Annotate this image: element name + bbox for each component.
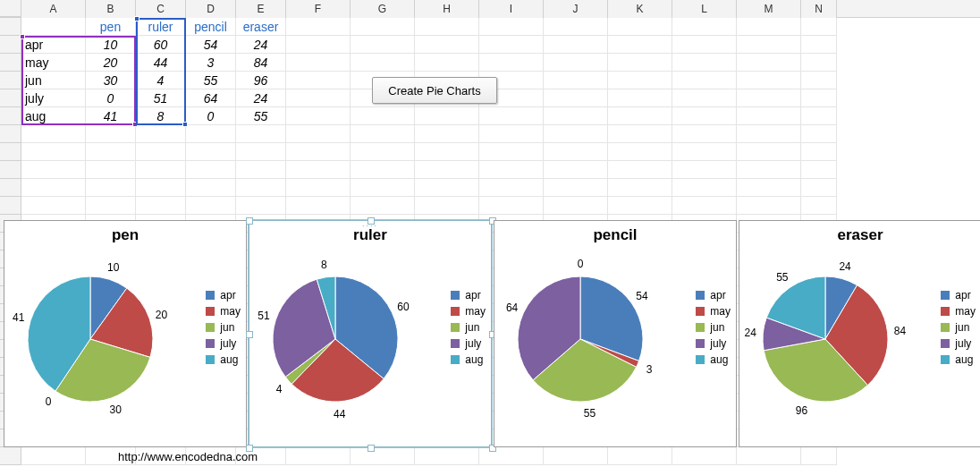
cell-A8[interactable] xyxy=(21,143,86,161)
cell-J10[interactable] xyxy=(544,179,608,197)
cell-A7[interactable] xyxy=(21,125,86,143)
cell-K25[interactable] xyxy=(608,447,672,465)
cell-B9[interactable] xyxy=(86,161,136,179)
chart-resize-handle[interactable] xyxy=(368,445,375,452)
cell-L25[interactable] xyxy=(672,447,737,465)
chart-pen[interactable]: pen102030041aprmayjunjulyaug xyxy=(4,220,247,447)
cell-A1[interactable] xyxy=(21,18,86,36)
cell-M25[interactable] xyxy=(737,447,801,465)
row-header-6[interactable] xyxy=(0,107,21,125)
cell-H10[interactable] xyxy=(415,179,479,197)
cell-L7[interactable] xyxy=(672,125,737,143)
col-header-I[interactable]: I xyxy=(479,0,544,18)
row-header-4[interactable] xyxy=(0,72,21,89)
cell-C2[interactable]: 60 xyxy=(136,36,186,54)
cell-K8[interactable] xyxy=(608,143,672,161)
cell-K11[interactable] xyxy=(608,197,672,215)
create-pie-charts-button[interactable]: Create Pie Charts xyxy=(372,77,497,104)
cell-H1[interactable] xyxy=(415,18,479,36)
cell-L10[interactable] xyxy=(672,179,737,197)
cell-K5[interactable] xyxy=(608,89,672,107)
cell-F9[interactable] xyxy=(286,161,351,179)
cell-H11[interactable] xyxy=(415,197,479,215)
cell-N9[interactable] xyxy=(801,161,837,179)
cell-B6[interactable]: 41 xyxy=(86,107,136,125)
cell-B11[interactable] xyxy=(86,197,136,215)
cell-B4[interactable]: 30 xyxy=(86,72,136,89)
cell-G10[interactable] xyxy=(351,179,415,197)
cell-C4[interactable]: 4 xyxy=(136,72,186,89)
cell-L6[interactable] xyxy=(672,107,737,125)
cell-M2[interactable] xyxy=(737,36,801,54)
cell-B10[interactable] xyxy=(86,179,136,197)
cell-E8[interactable] xyxy=(236,143,286,161)
cell-A3[interactable]: may xyxy=(21,54,86,72)
cell-J2[interactable] xyxy=(544,36,608,54)
cell-F4[interactable] xyxy=(286,72,351,89)
cell-M3[interactable] xyxy=(737,54,801,72)
row-header-25[interactable] xyxy=(0,447,21,465)
cell-E4[interactable]: 96 xyxy=(236,72,286,89)
cell-F6[interactable] xyxy=(286,107,351,125)
cell-I7[interactable] xyxy=(479,125,544,143)
cell-D9[interactable] xyxy=(186,161,236,179)
cell-I6[interactable] xyxy=(479,107,544,125)
cell-F8[interactable] xyxy=(286,143,351,161)
cell-H3[interactable] xyxy=(415,54,479,72)
cell-B3[interactable]: 20 xyxy=(86,54,136,72)
cell-M9[interactable] xyxy=(737,161,801,179)
cell-F1[interactable] xyxy=(286,18,351,36)
cell-M4[interactable] xyxy=(737,72,801,89)
cell-B2[interactable]: 10 xyxy=(86,36,136,54)
cell-G11[interactable] xyxy=(351,197,415,215)
cell-D8[interactable] xyxy=(186,143,236,161)
cell-K4[interactable] xyxy=(608,72,672,89)
cell-M11[interactable] xyxy=(737,197,801,215)
cell-H7[interactable] xyxy=(415,125,479,143)
chart-resize-handle[interactable] xyxy=(246,331,253,338)
cell-L2[interactable] xyxy=(672,36,737,54)
cell-L4[interactable] xyxy=(672,72,737,89)
cell-J3[interactable] xyxy=(544,54,608,72)
cell-I9[interactable] xyxy=(479,161,544,179)
row-header-5[interactable] xyxy=(0,89,21,107)
col-header-K[interactable]: K xyxy=(608,0,672,18)
cell-E2[interactable]: 24 xyxy=(236,36,286,54)
row-header-11[interactable] xyxy=(0,197,21,215)
chart-resize-handle[interactable] xyxy=(368,217,375,225)
cell-B8[interactable] xyxy=(86,143,136,161)
chart-ruler[interactable]: ruler60444518aprmayjunjulyaug xyxy=(249,220,492,447)
cell-A5[interactable]: july xyxy=(21,89,86,107)
cell-J7[interactable] xyxy=(544,125,608,143)
cell-A11[interactable] xyxy=(21,197,86,215)
cell-N8[interactable] xyxy=(801,143,837,161)
cell-A6[interactable]: aug xyxy=(21,107,86,125)
cell-M10[interactable] xyxy=(737,179,801,197)
row-header-10[interactable] xyxy=(0,179,21,197)
cell-B7[interactable] xyxy=(86,125,136,143)
cell-H9[interactable] xyxy=(415,161,479,179)
cell-I3[interactable] xyxy=(479,54,544,72)
chart-resize-handle[interactable] xyxy=(246,217,253,225)
col-header-F[interactable]: F xyxy=(286,0,351,18)
cell-K3[interactable] xyxy=(608,54,672,72)
cell-A25[interactable] xyxy=(21,447,86,465)
row-header-2[interactable] xyxy=(0,36,21,54)
cell-E9[interactable] xyxy=(236,161,286,179)
cell-A10[interactable] xyxy=(21,179,86,197)
cell-D1[interactable]: pencil xyxy=(186,18,236,36)
cell-A4[interactable]: jun xyxy=(21,72,86,89)
cell-C10[interactable] xyxy=(136,179,186,197)
cell-D2[interactable]: 54 xyxy=(186,36,236,54)
cell-K1[interactable] xyxy=(608,18,672,36)
row-header-3[interactable] xyxy=(0,54,21,72)
cell-F11[interactable] xyxy=(286,197,351,215)
cell-N4[interactable] xyxy=(801,72,837,89)
cell-F7[interactable] xyxy=(286,125,351,143)
cell-K2[interactable] xyxy=(608,36,672,54)
col-header-A[interactable]: A xyxy=(21,0,86,18)
cell-F25[interactable] xyxy=(286,447,351,465)
cell-D7[interactable] xyxy=(186,125,236,143)
cell-J4[interactable] xyxy=(544,72,608,89)
cell-G25[interactable] xyxy=(351,447,415,465)
